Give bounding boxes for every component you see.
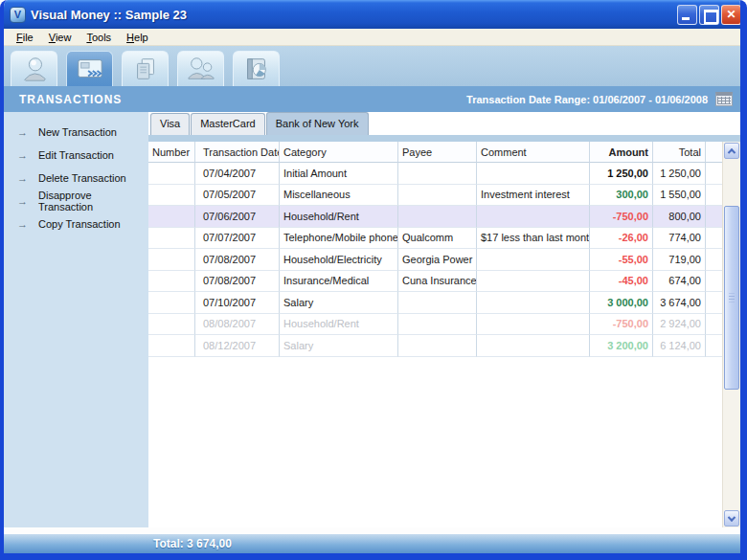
cell-payee xyxy=(398,185,477,207)
column-header-number[interactable]: Number xyxy=(148,142,195,163)
menu-view[interactable]: View xyxy=(42,31,79,44)
cell-total: 1 250,00 xyxy=(653,163,706,185)
copy-documents-button[interactable] xyxy=(122,51,169,86)
cell-amount: -26,00 xyxy=(590,228,653,250)
cell-category: Salary xyxy=(280,335,398,357)
column-header-category[interactable]: Category xyxy=(280,142,398,163)
cell-payee xyxy=(398,292,477,314)
cell-comment: $17 less than last month xyxy=(477,228,590,250)
menu-file[interactable]: File xyxy=(10,31,40,44)
cell-total: 719,00 xyxy=(653,249,706,271)
cell-payee xyxy=(398,314,477,336)
cell-comment xyxy=(477,163,590,185)
sidebar-item-disapprove-transaction[interactable]: → Disapprove Transaction xyxy=(4,190,148,213)
tab-mastercard[interactable]: MasterCard xyxy=(191,113,264,135)
reports-button[interactable] xyxy=(233,51,280,86)
accounts-button[interactable] xyxy=(11,51,57,86)
report-pie-icon xyxy=(242,55,271,83)
cell-category: Insurance/Medical xyxy=(280,271,398,293)
transactions-table-body: 07/04/2007Initial Amount1 250,001 250,00… xyxy=(148,163,722,357)
menu-help[interactable]: Help xyxy=(120,31,155,44)
cell-amount: -750,00 xyxy=(590,206,653,228)
cell-total: 800,00 xyxy=(653,206,706,228)
column-header-total[interactable]: Total xyxy=(653,142,706,163)
person-icon xyxy=(20,55,49,83)
column-header-date[interactable]: Transaction Date xyxy=(195,142,280,163)
transactions-button[interactable] xyxy=(66,51,113,86)
toolbar xyxy=(4,46,740,86)
arrow-icon: → xyxy=(17,195,38,207)
cell-payee xyxy=(398,335,477,357)
date-range-label: Transaction Date Range: 01/06/2007 - 01/… xyxy=(466,94,708,105)
sidebar-item-delete-transaction[interactable]: → Delete Transaction xyxy=(4,167,148,190)
close-button[interactable] xyxy=(721,5,741,25)
menu-tools[interactable]: Tools xyxy=(79,31,118,44)
payees-button[interactable] xyxy=(177,51,224,86)
column-header-comment[interactable]: Comment xyxy=(477,142,590,163)
table-row[interactable]: 07/05/2007MiscellaneousInvestment intere… xyxy=(148,185,722,207)
maximize-button[interactable] xyxy=(699,5,719,25)
table-row[interactable]: 07/07/2007Telephone/Mobile phoneQualcomm… xyxy=(148,228,722,250)
cell-amount: 300,00 xyxy=(590,185,653,207)
table-row[interactable]: 08/12/2007Salary3 200,006 124,00 xyxy=(148,335,722,357)
chevron-down-icon xyxy=(728,513,736,521)
cell-date: 08/12/2007 xyxy=(195,335,280,357)
cell-filler xyxy=(706,206,722,228)
tab-bank-of-new-york[interactable]: Bank of New York xyxy=(266,112,369,135)
cell-number xyxy=(148,335,195,357)
cell-payee xyxy=(398,163,477,185)
table-row[interactable]: 08/08/2007Household/Rent-750,002 924,00 xyxy=(148,314,722,336)
tab-visa[interactable]: Visa xyxy=(150,113,190,135)
documents-icon xyxy=(131,55,160,83)
minimize-button[interactable] xyxy=(677,5,697,25)
people-icon xyxy=(187,55,215,83)
total-label: Total: 3 674,00 xyxy=(153,537,232,550)
status-bar: Total: 3 674,00 xyxy=(4,527,740,553)
cell-comment: Investment interest xyxy=(477,185,590,207)
cell-date: 07/06/2007 xyxy=(195,206,280,228)
scrollbar-thumb[interactable] xyxy=(724,206,739,390)
table-row[interactable]: 07/04/2007Initial Amount1 250,001 250,00 xyxy=(148,163,722,185)
column-header-payee[interactable]: Payee xyxy=(398,142,477,163)
table-row[interactable]: 07/10/2007Salary3 000,003 674,00 xyxy=(148,292,722,314)
sidebar-item-label: Copy Transaction xyxy=(38,218,121,230)
title-bar[interactable]: V Visual Money :: Sample 23 xyxy=(0,0,747,29)
table-row[interactable]: 07/06/2007Household/Rent-750,00800,00 xyxy=(148,206,722,228)
column-header-filler xyxy=(706,142,722,163)
scroll-up-button[interactable] xyxy=(724,143,739,159)
cell-total: 1 550,00 xyxy=(653,185,706,207)
cell-category: Household/Rent xyxy=(280,314,398,336)
cell-date: 07/05/2007 xyxy=(195,185,280,207)
account-tabs: Visa MasterCard Bank of New York xyxy=(148,112,740,135)
cell-comment xyxy=(477,292,590,314)
cell-comment xyxy=(477,314,590,336)
transactions-table: Number Transaction Date Category Payee C… xyxy=(148,142,722,527)
cell-payee: Georgia Power xyxy=(398,249,477,271)
cell-filler xyxy=(706,185,722,207)
cell-category: Initial Amount xyxy=(280,163,398,185)
table-row[interactable]: 07/08/2007Household/ElectricityGeorgia P… xyxy=(148,249,722,271)
scroll-down-button[interactable] xyxy=(724,510,739,526)
cell-amount: 1 250,00 xyxy=(590,163,653,185)
window-title: Visual Money :: Sample 23 xyxy=(31,8,677,22)
sidebar-item-new-transaction[interactable]: → New Transaction xyxy=(4,121,148,144)
vertical-scrollbar[interactable] xyxy=(722,142,740,527)
cell-amount: 3 000,00 xyxy=(590,292,653,314)
cell-comment xyxy=(477,335,590,357)
calendar-icon[interactable] xyxy=(715,92,733,106)
cell-category: Household/Rent xyxy=(280,206,398,228)
cell-amount: -55,00 xyxy=(590,249,653,271)
cell-payee xyxy=(398,206,477,228)
cell-total: 6 124,00 xyxy=(653,335,706,357)
main-panel: Visa MasterCard Bank of New York Number … xyxy=(148,112,740,527)
cell-filler xyxy=(706,163,722,185)
sidebar-item-copy-transaction[interactable]: → Copy Transaction xyxy=(4,213,148,235)
column-header-amount[interactable]: Amount xyxy=(590,142,653,163)
cell-category: Salary xyxy=(280,292,398,314)
tab-divider-strip xyxy=(148,135,740,142)
table-row[interactable]: 07/08/2007Insurance/MedicalCuna Insuranc… xyxy=(148,271,722,293)
sidebar-item-edit-transaction[interactable]: → Edit Transaction xyxy=(4,144,148,167)
cell-amount: 3 200,00 xyxy=(590,335,653,357)
cell-payee: Qualcomm xyxy=(398,228,477,250)
cell-filler xyxy=(706,249,722,271)
